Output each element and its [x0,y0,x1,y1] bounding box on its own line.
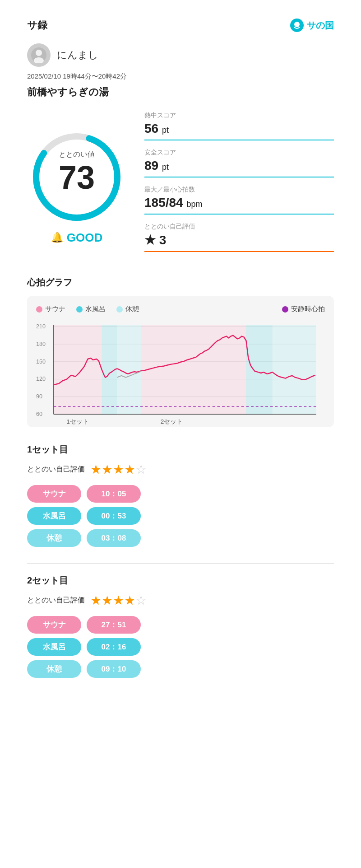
page-title: サ録 [27,19,47,32]
svg-point-3 [36,50,42,56]
graph-legend: サウナ 水風呂 休憩 安静時心拍 [36,305,325,313]
svg-text:60: 60 [36,411,42,417]
gauge-rating: 🔔 GOOD [27,231,126,245]
header: サ録 サの国 [27,18,334,33]
set-1-water-row: 水風呂 00：53 [27,507,334,525]
svg-rect-24 [141,325,246,414]
self-eval-divider [144,251,334,252]
gauge-center: ととのい値 73 [27,150,126,194]
chart-svg: 210 180 150 120 90 60 [36,319,325,427]
user-name: にんまし [57,48,98,62]
hr-item: 最大／最小心拍数 185/84 bpm [144,186,334,215]
legend-water: 水風呂 [76,305,106,313]
safety-score-value: 89 pt [144,159,334,173]
heat-score-value: 56 pt [144,121,334,136]
score-section: ととのい値 73 🔔 GOOD 熱中スコア 56 pt 安全スコア 89 pt [27,112,334,260]
svg-text:90: 90 [36,393,42,400]
graph-title: 心拍グラフ [27,276,334,289]
hr-label: 最大／最小心拍数 [144,186,334,194]
svg-rect-25 [246,325,272,414]
logo-icon [290,18,304,33]
set-1-water-time: 00：53 [87,507,141,525]
set-2-rest-row: 休憩 09：10 [27,660,334,678]
heat-score-item: 熱中スコア 56 pt [144,112,334,140]
legend-water-label: 水風呂 [85,305,106,313]
legend-rest-dot [116,306,123,313]
legend-rest: 休憩 [116,305,139,313]
svg-rect-23 [117,325,141,414]
logo-text: サの国 [307,19,334,32]
set-1-items: サウナ 10：05 水風呂 00：53 休憩 03：08 [27,485,334,547]
hr-value: 185/84 bpm [144,196,334,210]
heat-score-divider [144,140,334,140]
svg-text:180: 180 [36,341,46,347]
set-1-stars: ★★★★☆ [90,462,147,477]
set-1-self-eval: ととのい自己評価 ★★★★☆ [27,462,334,477]
self-eval-value: ★ 3 [144,233,334,247]
graph-container: サウナ 水風呂 休憩 安静時心拍 210 180 150 [27,296,334,427]
self-eval-item: ととのい自己評価 ★ 3 [144,223,334,252]
legend-resting-hr: 安静時心拍 [282,305,325,313]
datetime: 2025/02/10 19時44分〜20時42分 [27,72,334,81]
svg-point-1 [294,22,300,27]
safety-score-label: 安全スコア [144,149,334,157]
set-1-eval-label: ととのい自己評価 [27,465,85,474]
set-1-sauna-tag: サウナ [27,485,81,503]
gauge-rating-text: GOOD [67,231,102,245]
set-1-rest-time: 03：08 [87,529,141,547]
self-eval-label: ととのい自己評価 [144,223,334,231]
divider [27,563,334,564]
svg-rect-21 [54,325,102,414]
legend-sauna-label: サウナ [45,305,65,313]
set-2-sauna-time: 27：51 [87,616,141,634]
facility-name: 前橋やすらぎの湯 [27,85,334,99]
legend-resting-hr-label: 安静時心拍 [291,305,325,313]
svg-rect-26 [273,325,316,414]
set-2-water-row: 水風呂 02：16 [27,638,334,656]
bell-icon: 🔔 [51,232,63,243]
svg-text:2セット: 2セット [161,418,183,425]
set-2-stars: ★★★★☆ [90,593,147,608]
hr-divider [144,214,334,215]
svg-text:210: 210 [36,323,46,330]
set-1-title: 1セット目 [27,443,334,456]
set-1-sauna-row: サウナ 10：05 [27,485,334,503]
user-row: にんまし [27,43,334,67]
set-2-water-time: 02：16 [87,638,141,656]
set-1-sauna-time: 10：05 [87,485,141,503]
legend-resting-hr-dot [282,306,288,313]
set-1-rest-row: 休憩 03：08 [27,529,334,547]
avatar [27,43,51,67]
legend-sauna-dot [36,306,42,313]
logo: サの国 [290,18,334,33]
safety-score-item: 安全スコア 89 pt [144,149,334,177]
legend-rest-label: 休憩 [125,305,139,313]
set-1-section: 1セット目 ととのい自己評価 ★★★★☆ サウナ 10：05 水風呂 00：53… [27,443,334,547]
gauge-container: ととのい値 73 🔔 GOOD [27,127,126,245]
stats-panel: 熱中スコア 56 pt 安全スコア 89 pt 最大／最小心拍数 185/84 … [144,112,334,260]
chart-area: 210 180 150 120 90 60 [36,319,325,418]
gauge-label: ととのい値 [27,150,126,159]
set-2-rest-tag: 休憩 [27,660,81,678]
safety-score-divider [144,177,334,177]
svg-text:1セット: 1セット [66,418,89,425]
heat-score-label: 熱中スコア [144,112,334,120]
set-2-eval-label: ととのい自己評価 [27,596,85,605]
set-2-rest-time: 09：10 [87,660,141,678]
set-2-items: サウナ 27：51 水風呂 02：16 休憩 09：10 [27,616,334,678]
set-2-sauna-tag: サウナ [27,616,81,634]
set-1-water-tag: 水風呂 [27,507,81,525]
legend-water-dot [76,306,83,313]
set-2-water-tag: 水風呂 [27,638,81,656]
svg-text:150: 150 [36,359,46,365]
gauge-value: 73 [27,161,126,194]
set-2-self-eval: ととのい自己評価 ★★★★☆ [27,593,334,608]
set-2-section: 2セット目 ととのい自己評価 ★★★★☆ サウナ 27：51 水風呂 02：16… [27,574,334,678]
legend-sauna: サウナ [36,305,65,313]
set-1-rest-tag: 休憩 [27,529,81,547]
set-2-title: 2セット目 [27,574,334,587]
svg-text:120: 120 [36,376,46,382]
set-2-sauna-row: サウナ 27：51 [27,616,334,634]
